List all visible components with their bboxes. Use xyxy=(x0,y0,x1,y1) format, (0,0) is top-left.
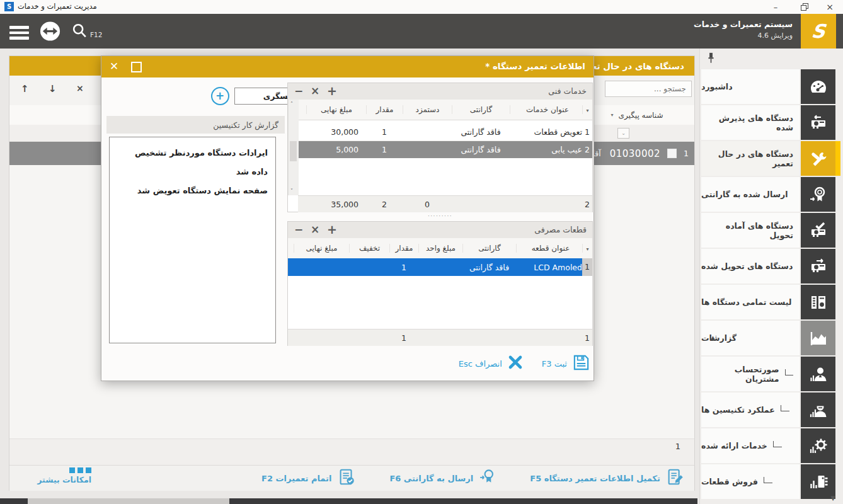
sidebar-item-label: داشبورد xyxy=(701,82,733,91)
table-row-selected[interactable]: 1 LCD Amoled فاقد گارانتی 1 xyxy=(288,258,592,276)
filter-dropdown-icon[interactable]: ⌄ xyxy=(617,128,629,139)
modal-footer: ثبت F3 انصراف Esc xyxy=(287,351,593,376)
col-part-title[interactable]: عنوان قطعه xyxy=(516,244,582,253)
sidebar-item-devices-ready[interactable]: دستگاه های آماده تحویل xyxy=(700,213,843,248)
scroll-down-icon[interactable]: ˅ xyxy=(290,188,293,194)
sidebar-item-delivered-devices[interactable]: دستگاه های تحویل شده xyxy=(700,249,843,284)
finish-repairs-button[interactable]: اتمام تعمیرات F2 xyxy=(261,467,357,490)
save-label: ثبت F3 xyxy=(542,359,567,369)
table-row-selected[interactable]: 2 عیب یابی فاقد گارانتی 1 5,000 xyxy=(298,141,592,158)
remove-part-icon[interactable]: − xyxy=(294,224,303,235)
col-warranty[interactable]: گارانتی xyxy=(462,244,516,253)
sidebar-scroll-down-icon[interactable]: ▼ xyxy=(830,495,835,501)
row-indicator-header[interactable]: ▾ xyxy=(582,105,592,114)
sidebar-item-all-devices-list[interactable]: لیست تمامی دستگاه ها xyxy=(700,285,843,319)
more-options-button[interactable]: امکانات بیشتر xyxy=(21,467,91,484)
services-header-row: ▾ عنوان خدمات گارانتی دستمزد مقدار مبلغ … xyxy=(298,100,592,120)
col-qty[interactable]: مقدار xyxy=(389,244,418,253)
search-icon[interactable] xyxy=(71,22,88,42)
minimize-button[interactable]: – xyxy=(765,0,786,14)
horizontal-scrollbar[interactable] xyxy=(0,498,697,504)
col-warranty[interactable]: گارانتی xyxy=(452,105,510,114)
report-title: گزارش کار تکنیسین xyxy=(213,120,278,130)
save-button[interactable]: ثبت F3 xyxy=(542,353,590,374)
move-up-icon[interactable]: ↑ xyxy=(21,83,29,94)
sidebar-item-parts-sales[interactable]: فروش قطعات xyxy=(700,464,843,499)
collapse-arrow-icon[interactable]: ▲ xyxy=(711,335,715,341)
pin-icon[interactable] xyxy=(707,52,715,66)
app-logo: S xyxy=(801,14,836,49)
move-down-icon[interactable]: ↓ xyxy=(49,83,57,94)
add-technician-icon[interactable]: + xyxy=(211,87,229,105)
part-title-cell: LCD Amoled xyxy=(516,263,582,272)
services-panel-title: خدمات فنی xyxy=(548,86,587,96)
sidebar-item-devices-in-repair[interactable]: دستگاه های در حال تعمیر xyxy=(700,141,843,176)
menu-hamburger-icon[interactable] xyxy=(9,23,29,42)
summary-count: 1 xyxy=(582,333,592,343)
delete-row-icon[interactable]: × xyxy=(76,83,84,93)
finish-repairs-label: اتمام تعمیرات F2 xyxy=(261,474,331,483)
clear-services-icon[interactable]: × xyxy=(311,86,319,96)
col-service-title[interactable]: عنوان خدمات xyxy=(510,105,582,114)
warranty-medal-icon xyxy=(801,177,835,212)
sidebar-item-label: دستگاه های در حال تعمیر xyxy=(701,149,793,168)
sidebar-item-accepted-devices[interactable]: دستگاه های پذیرش شده xyxy=(700,105,843,140)
qty-cell: 1 xyxy=(366,127,403,137)
complete-repair-info-button[interactable]: تکمیل اطلاعات تعمیر دستگاه F5 xyxy=(530,467,685,490)
sidebar-item-reports[interactable]: ▲ گزارشات xyxy=(700,321,843,355)
report-line: ایرادات دستگاه موردنظر تشخیص داده شد xyxy=(117,144,268,181)
col-wage[interactable]: دستمزد xyxy=(403,105,452,114)
sidebar-item-sent-to-warranty[interactable]: ارسال شده به گارانتی xyxy=(700,177,843,212)
sidebar-item-technician-performance[interactable]: عملکرد تکنیسین ها xyxy=(700,392,843,427)
save-floppy-icon xyxy=(572,353,590,374)
restore-icon xyxy=(801,3,808,11)
app-version: ویرایش 4.6 xyxy=(694,32,793,40)
scroll-up-icon[interactable]: ˄ xyxy=(290,101,293,107)
col-discount[interactable]: تخفیف xyxy=(349,244,389,253)
column-header-tracking-id[interactable]: شناسه پیگیری ▾ xyxy=(590,105,684,125)
add-service-icon[interactable]: + xyxy=(327,85,337,97)
col-total[interactable]: مبلغ نهایی xyxy=(306,105,366,114)
tracking-id-cell: 01030002 xyxy=(610,148,660,159)
nav-toggle-icon[interactable] xyxy=(39,20,61,45)
device-list-icon xyxy=(801,285,835,319)
col-unit-price[interactable]: مبلغ واحد xyxy=(418,244,462,253)
col-total[interactable]: مبلغ نهایی xyxy=(294,244,349,253)
restore-button[interactable] xyxy=(794,0,815,14)
report-textarea[interactable]: ایرادات دستگاه موردنظر تشخیص داده شد صفح… xyxy=(109,137,276,343)
scrollbar-thumb[interactable] xyxy=(28,498,229,504)
add-part-icon[interactable]: + xyxy=(327,224,337,236)
table-row[interactable]: 1 تعویض قطعات فاقد گارانتی 1 30,000 xyxy=(298,123,592,141)
service-title-cell: عیب یابی xyxy=(510,145,582,154)
warranty-cell: فاقد گارانتی xyxy=(452,127,510,137)
sidebar-item-label: دستگاه های تحویل شده xyxy=(701,261,793,271)
customer-invoice-icon xyxy=(801,357,835,391)
services-summary-row: 2 0 2 35,000 xyxy=(298,195,592,212)
app-name: سیستم تعمیرات و خدمات xyxy=(694,20,793,29)
row-indicator-header[interactable]: ▾ xyxy=(582,244,592,253)
clear-parts-icon[interactable]: × xyxy=(311,224,319,235)
row-checkbox[interactable] xyxy=(667,149,677,158)
scrollbar-thumb[interactable] xyxy=(290,141,297,161)
remove-service-icon[interactable]: − xyxy=(294,86,303,96)
search-input[interactable] xyxy=(605,81,692,97)
services-vertical-scrollbar[interactable]: ˄ ˅ xyxy=(288,100,299,195)
modal-maximize-icon[interactable] xyxy=(131,62,142,72)
sidebar-item-customer-invoices[interactable]: صورتحساب مشتریان xyxy=(700,357,843,391)
parts-panel: − × + قطعات مصرفی ▾ عنوان قطعه گارانتی م… xyxy=(287,221,593,346)
cancel-button[interactable]: انصراف Esc xyxy=(459,355,523,372)
send-to-warranty-button[interactable]: ارسال به گارانتی F6 xyxy=(389,467,497,490)
panel-splitter-handle[interactable]: ········· xyxy=(287,213,593,219)
services-panel-header: − × + خدمات فنی xyxy=(288,83,592,100)
sidebar-item-label: دستگاه های آماده تحویل xyxy=(701,221,793,240)
modal-close-icon[interactable]: ✕ xyxy=(110,60,118,72)
sidebar-item-label: گزارشات xyxy=(701,333,737,343)
sidebar-item-label: لیست تمامی دستگاه ها xyxy=(701,297,791,307)
row-number: 2 xyxy=(582,145,592,154)
gauge-icon xyxy=(801,69,835,104)
col-qty[interactable]: مقدار xyxy=(366,105,403,114)
sidebar-item-services-provided[interactable]: خدمات ارائه شده xyxy=(700,428,843,463)
sidebar-item-dashboard[interactable]: داشبورد xyxy=(700,69,843,104)
app-root: S مدیریت تعمیرات و خدمات – × F12 سیستم ت… xyxy=(0,0,843,504)
close-button[interactable]: × xyxy=(819,0,840,14)
